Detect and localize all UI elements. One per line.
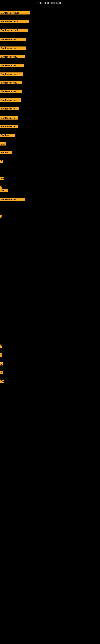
bottleneck-badge-6: Bottleneck resu	[0, 55, 25, 58]
bottleneck-badge-3: Bottleneck result	[0, 28, 28, 32]
bottleneck-badge-4: Bottleneck resu	[0, 38, 26, 41]
bottleneck-badge-11: Bottleneck resu	[0, 98, 21, 102]
bottleneck-badge-1: Bottleneck result	[0, 11, 30, 14]
bottleneck-badge-15: Bottlenec	[0, 134, 15, 137]
bottleneck-badge-28: Bo	[0, 380, 4, 383]
bottleneck-badge-23: B	[0, 215, 2, 218]
bottleneck-badge-18: B	[0, 160, 3, 163]
bottleneck-badge-19: Bo	[0, 177, 4, 180]
bottleneck-badge-17: Bottlen	[0, 151, 12, 154]
bottleneck-badge-21: Bott	[0, 189, 8, 192]
bottleneck-badge-9: Bottleneck resu	[0, 81, 22, 84]
site-title: TheBottlenecker.com	[0, 0, 100, 6]
bottleneck-badge-8: Bottleneck resu	[0, 72, 23, 76]
bottleneck-badge-5: Bottleneck resu	[0, 46, 26, 50]
bottleneck-badge-25: B	[0, 354, 2, 356]
bottleneck-badge-12: Bottleneck re	[0, 107, 19, 110]
bottleneck-badge-14: Bottleneck re	[0, 125, 18, 128]
bottleneck-badge-10: Bottleneck resu	[0, 90, 22, 93]
bottleneck-badge-27: B	[0, 371, 3, 374]
bottleneck-badge-20: B	[0, 186, 2, 189]
bottleneck-badge-24: B	[0, 344, 2, 348]
bottleneck-badge-7: Bottleneck resu	[0, 64, 24, 67]
bottleneck-badge-26: B	[0, 362, 3, 366]
bottleneck-badge-13: Bottleneck re	[0, 116, 18, 120]
bottleneck-badge-16: Bot	[0, 142, 6, 146]
bottleneck-badge-2: Bottleneck result	[0, 20, 29, 23]
bottleneck-badge-22: Bottleneck res	[0, 198, 25, 201]
